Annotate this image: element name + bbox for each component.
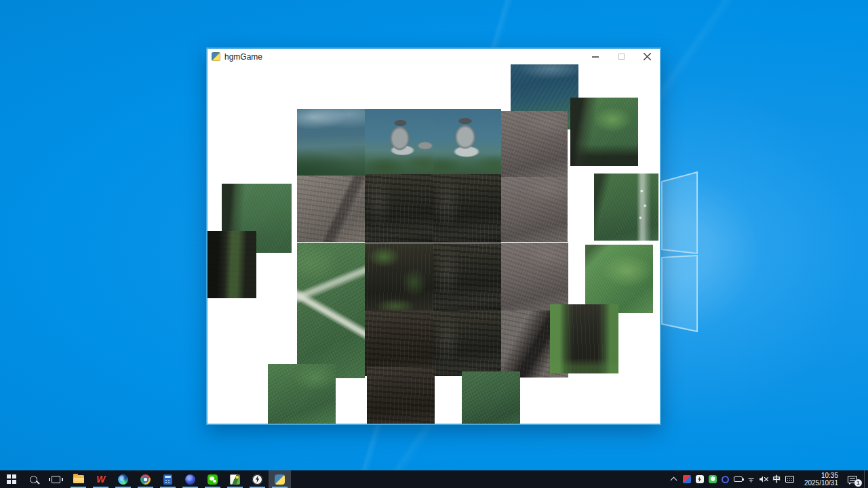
puzzle-tile-moss-dark-rock[interactable] [550, 304, 618, 373]
lightning-tray[interactable] [693, 470, 706, 488]
file-explorer-icon [73, 475, 84, 483]
blue-circle-app[interactable] [179, 470, 201, 488]
device-tray[interactable] [732, 470, 745, 488]
puzzle-tile-grid-temple-right[interactable] [433, 109, 501, 176]
task-view-button[interactable] [45, 470, 67, 488]
green-app-tray-icon [709, 475, 717, 483]
puzzle-tile-grid-gray-slope-3[interactable] [501, 243, 568, 310]
wechat[interactable] [201, 470, 224, 488]
python-game-icon [275, 474, 285, 485]
touch-keyboard-icon [785, 476, 794, 483]
wps-office-icon: W [96, 474, 105, 484]
start-button[interactable] [0, 470, 22, 488]
wifi-tray-icon [747, 476, 755, 483]
close-button[interactable] [639, 51, 654, 63]
taskbar-spacer [291, 470, 667, 488]
puzzle-tile-green-bushes[interactable] [585, 245, 653, 313]
lightning-app[interactable] [246, 470, 269, 488]
antivirus-tray[interactable] [680, 470, 693, 488]
python-game[interactable] [269, 470, 291, 488]
puzzle-tile-grid-dark-moss[interactable] [365, 243, 433, 310]
chrome-browser[interactable] [134, 470, 157, 488]
notification-badge: 1 [854, 479, 862, 487]
hidden-icons-chevron[interactable] [667, 470, 680, 488]
puzzle-tile-grid-gray-rock[interactable] [297, 176, 365, 242]
clock-date: 2025/10/31 [804, 479, 838, 487]
puzzle-tile-grid-dark-pillar-3[interactable] [433, 243, 501, 310]
device-tray-icon [734, 476, 743, 482]
ime-indicator-icon: 中 [773, 475, 781, 483]
puzzle-tile-grid-green-trail[interactable] [297, 243, 365, 378]
maximize-icon [618, 54, 625, 60]
search-button-icon [30, 476, 37, 483]
taskbar-apps: W [0, 470, 291, 488]
python-app-icon [212, 52, 220, 61]
edge-browser[interactable] [112, 470, 134, 488]
puzzle-tile-green-forest-bottom[interactable] [462, 371, 520, 424]
touch-keyboard[interactable] [783, 470, 796, 488]
minimize-button[interactable] [588, 51, 603, 63]
puzzle-tile-mossy-cliff-right[interactable] [570, 98, 638, 166]
puzzle-tile-grid-dark-pillar-2[interactable] [433, 174, 501, 243]
system-tray: 中 [667, 470, 796, 488]
puzzle-canvas [208, 64, 660, 424]
edge-browser-icon [118, 474, 128, 485]
calculator-icon [163, 474, 172, 485]
wifi-tray[interactable] [745, 470, 757, 488]
wps-office[interactable]: W [90, 470, 112, 488]
puzzle-tile-dark-rock-bottom[interactable] [367, 367, 435, 424]
ime-indicator[interactable]: 中 [770, 470, 783, 488]
notification-center-button[interactable]: 1 [841, 470, 864, 488]
taskbar-clock[interactable]: 10:35 2025/10/31 [796, 470, 841, 488]
clock-time: 10:35 [821, 472, 838, 479]
blue-circle-app-icon [185, 474, 195, 485]
window-title: hgmGame [224, 52, 262, 62]
hidden-icons-chevron-icon [671, 477, 677, 484]
photos-app[interactable] [224, 470, 246, 488]
lightning-tray-icon [696, 475, 704, 483]
start-button-icon [7, 474, 16, 484]
puzzle-tile-grid-gray-slope-2[interactable] [501, 177, 568, 242]
antivirus-tray-icon [683, 475, 691, 483]
puzzle-tile-dark-cliff-left-edge[interactable] [208, 231, 256, 298]
calculator[interactable] [157, 470, 179, 488]
puzzle-tile-grid-dark-pillar-1[interactable] [365, 174, 433, 243]
show-desktop-button[interactable] [864, 470, 868, 488]
window-titlebar[interactable]: hgmGame [208, 49, 660, 64]
close-icon [644, 53, 651, 60]
volume-muted-tray[interactable] [757, 470, 770, 488]
taskbar: W 中 10:35 2025/10/31 1 [0, 470, 868, 488]
volume-muted-tray-icon [760, 476, 768, 483]
puzzle-tile-grid-sky-forest[interactable] [297, 109, 365, 176]
puzzle-tile-grid-dark-rock-low-2[interactable] [433, 310, 501, 376]
green-app-tray[interactable] [706, 470, 719, 488]
wechat-icon [208, 474, 218, 485]
task-view-button-icon [52, 476, 60, 483]
search-button[interactable] [22, 470, 45, 488]
puzzle-tile-grid-gray-slope-1[interactable] [501, 111, 568, 177]
photos-app-icon [230, 474, 240, 485]
blue-ring-tray-icon [722, 476, 729, 483]
puzzle-tile-grid-temple-left[interactable] [365, 109, 433, 176]
blue-ring-tray[interactable] [719, 470, 732, 488]
chrome-browser-icon [140, 474, 151, 485]
puzzle-tile-green-forest-bottom-left[interactable] [268, 364, 336, 424]
minimize-icon [592, 56, 599, 58]
file-explorer[interactable] [67, 470, 90, 488]
puzzle-tile-green-stream-cliff[interactable] [594, 174, 658, 241]
lightning-app-icon [252, 474, 262, 485]
maximize-button[interactable] [614, 51, 629, 63]
hgm-game-window: hgmGame [206, 47, 661, 425]
